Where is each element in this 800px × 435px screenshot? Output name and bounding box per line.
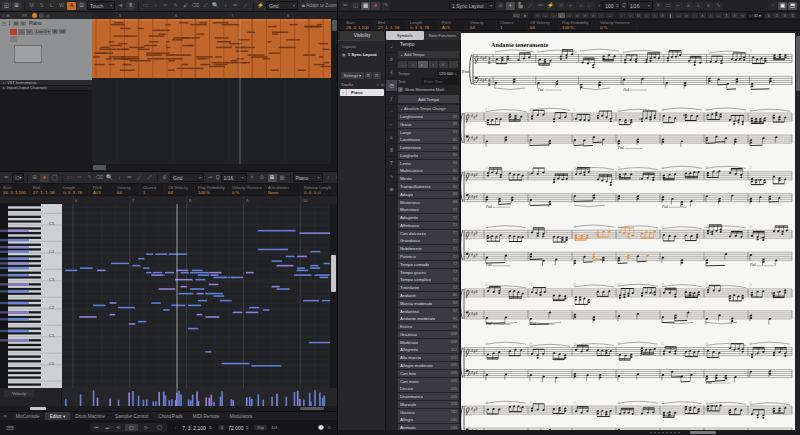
- ke-tool-icon-8[interactable]: ⤢: [145, 174, 154, 182]
- tempo-preset-tranquillamente[interactable]: Tranquillamente60: [398, 183, 459, 190]
- sc-pane-icon[interactable]: ▣: [778, 2, 787, 10]
- sc-artic-6[interactable]: ♯: [731, 13, 738, 19]
- tempo-preset-andante-moderato[interactable]: Andante moderato96: [398, 315, 459, 322]
- ke-grid-view-icon[interactable]: ⊞: [268, 174, 277, 182]
- ke-hzoom-thumb[interactable]: [300, 407, 324, 410]
- sc-enharm-3[interactable]: ♭: [643, 13, 650, 19]
- tempo-note-button-4[interactable]: ♬: [439, 61, 448, 68]
- snap-icon[interactable]: ⊼: [126, 2, 135, 10]
- metronome-checkbox[interactable]: ✓: [398, 87, 403, 92]
- ke-info-icon[interactable]: ⊞: [30, 174, 39, 182]
- tempo-preset-con-dolcezza[interactable]: Con dolcezza72: [398, 230, 459, 237]
- suspend-automation-icon[interactable]: ⊡: [77, 2, 86, 10]
- add-tempo-header[interactable]: ⌄ Add Tempo: [398, 51, 459, 58]
- tempo-preset-drammatico[interactable]: Drammatico120: [398, 393, 459, 400]
- sc-notevalue-5[interactable]: ♬: [582, 13, 589, 19]
- tempo-preset-con-moto[interactable]: Con moto120: [398, 378, 459, 385]
- tool-icon-4[interactable]: 🖌: [181, 2, 190, 10]
- tempo-note-button-2[interactable]: ♩: [418, 61, 427, 68]
- tab-drum-machine[interactable]: Drum Machine: [70, 412, 110, 420]
- tempo-preset-affettuoso[interactable]: Affettuoso72: [398, 222, 459, 229]
- ke-quantize-dropdown[interactable]: 1/16▾: [221, 173, 247, 182]
- sc-enharm-1[interactable]: ♪: [627, 13, 634, 19]
- tempo-preset-mesto[interactable]: Mesto60: [398, 175, 459, 182]
- monitor-button[interactable]: ◁: [18, 29, 25, 35]
- tempo-preset-misterioso[interactable]: Misterioso68: [398, 199, 459, 206]
- sc-layout-dropdown[interactable]: 1 Sync Layout▾: [449, 1, 495, 10]
- sc-artic-2[interactable]: ∧: [699, 13, 706, 19]
- tempo-preset-lamentoso[interactable]: Lamentoso60: [398, 144, 459, 151]
- tempo-preset-lento[interactable]: Lento60: [398, 160, 459, 167]
- score-hscroll-thumb[interactable]: [690, 431, 716, 434]
- ke-lane-icon[interactable]: ▦: [278, 174, 287, 182]
- symbol-category-10[interactable]: ∿: [386, 171, 397, 183]
- edit-channel-button[interactable]: e: [26, 29, 33, 35]
- symbols-tab-1[interactable]: Note Functions: [424, 31, 462, 40]
- tempo-preset-con-brio[interactable]: Con brio120: [398, 370, 459, 377]
- tool-icon-1[interactable]: ⊹: [151, 2, 160, 10]
- tempo-note-button-5[interactable]: ·: [449, 61, 458, 68]
- sc-print-icon[interactable]: 🖨: [496, 2, 505, 10]
- ke-tool-icon-1[interactable]: ✂: [75, 174, 84, 182]
- tempo-preset-gioioso[interactable]: Gioioso132: [398, 409, 459, 416]
- ke-tool-icon-3[interactable]: ⌫: [95, 174, 104, 182]
- sc-artic-4[interactable]: —: [715, 13, 722, 19]
- setup-toolbar-icon[interactable]: ⊞: [12, 2, 21, 10]
- global-l-button[interactable]: L: [47, 2, 56, 10]
- ke-vscrollbar[interactable]: [330, 204, 337, 388]
- ke-tool-icon-0[interactable]: ▭: [65, 174, 74, 182]
- sc-num-2[interactable]: 2: [773, 13, 780, 19]
- sc-extra-icon-3[interactable]: ∨: [704, 2, 713, 10]
- ke-autoscroll-icon[interactable]: ⊕: [160, 174, 169, 182]
- tempo-preset-andantino[interactable]: Andantino92: [398, 308, 459, 315]
- tool-icon-5[interactable]: ⌫: [191, 2, 200, 10]
- tempo-preset-alla-marcia[interactable]: Alla marcia120: [398, 354, 459, 361]
- tempo-preset-nobilmente[interactable]: Nobilmente72: [398, 245, 459, 252]
- ke-snap-icon[interactable]: ⇥: [205, 174, 214, 182]
- sc-extra-icon-2[interactable]: ⊥: [694, 2, 703, 10]
- tempo-preset-andante[interactable]: Andante80: [398, 292, 459, 299]
- tool-icon-2[interactable]: ✂: [161, 2, 170, 10]
- transport-cycle-button[interactable]: ⟲: [113, 424, 124, 431]
- add-tempo-button[interactable]: Add Tempo: [398, 95, 459, 103]
- sc-min-icon[interactable]: ▫: [768, 2, 777, 10]
- sc-notevalue-3[interactable]: ♪: [566, 13, 573, 19]
- sc-dq-arrow[interactable]: ◂: [521, 13, 528, 19]
- folder-track-1[interactable]: ▸Input/Output Channels: [0, 86, 92, 92]
- tempo-text-field[interactable]: Enter Text: [421, 78, 459, 85]
- tempo-preset-tempo-giusto[interactable]: Tempo giusto72: [398, 269, 459, 276]
- sc-artic-7[interactable]: ∿: [739, 13, 746, 19]
- tempo-preset-patetico[interactable]: Patetico72: [398, 253, 459, 260]
- ke-mode-dropdown[interactable]: Piano▾: [293, 173, 323, 182]
- sc-pencil-icon[interactable]: ✏: [341, 2, 350, 10]
- project-hscrollbar[interactable]: [92, 164, 337, 171]
- tempo-preset-larghetto[interactable]: Larghetto60: [398, 152, 459, 159]
- sc-enharm-4[interactable]: ♮: [651, 13, 658, 19]
- sc-num-3[interactable]: 3: [781, 13, 788, 19]
- sc-tool-icon-4[interactable]: ⌐: [566, 2, 575, 10]
- tempo-preset-adagietto[interactable]: Adagietto72: [398, 214, 459, 221]
- tempo-preset-tempo-comodo[interactable]: Tempo comodo72: [398, 261, 459, 268]
- symbol-category-8[interactable]: 8: [386, 145, 397, 157]
- sc-tie-button[interactable]: ‒: [606, 13, 613, 19]
- sc-tool-icon-3[interactable]: ≯: [556, 2, 565, 10]
- ke-tool-icon-4[interactable]: 🔍: [105, 174, 114, 182]
- tempo-preset-eroico[interactable]: Eroico96: [398, 323, 459, 330]
- symbols-tab-0[interactable]: Symbols: [386, 31, 424, 40]
- sc-num-1[interactable]: 1: [765, 13, 772, 19]
- sc-tool-icon-0[interactable]: ／: [526, 2, 535, 10]
- tempo-preset-largo[interactable]: Largo53: [398, 129, 459, 136]
- track-mute-button[interactable]: M: [13, 21, 20, 26]
- symbol-category-5[interactable]: 𝄐: [386, 106, 397, 118]
- sc-enharm-0[interactable]: ♩: [619, 13, 626, 19]
- tempo-preset-marziale[interactable]: Marziale120: [398, 401, 459, 408]
- sc-artic-0[interactable]: >: [683, 13, 690, 19]
- automation-mode-dropdown[interactable]: Touch▾: [87, 1, 115, 10]
- sc-notevalue-0[interactable]: 𝅝: [542, 13, 549, 19]
- ke-o-icon[interactable]: ⊘: [258, 174, 267, 182]
- tool-icon-8[interactable]: ♪: [221, 2, 230, 10]
- tool-icon-9[interactable]: ✏: [231, 2, 240, 10]
- auto-scroll-icon[interactable]: ◄: [116, 2, 125, 10]
- sc-pane2-icon[interactable]: ⬒: [788, 2, 797, 10]
- sc-x-icon[interactable]: ✕: [654, 2, 663, 10]
